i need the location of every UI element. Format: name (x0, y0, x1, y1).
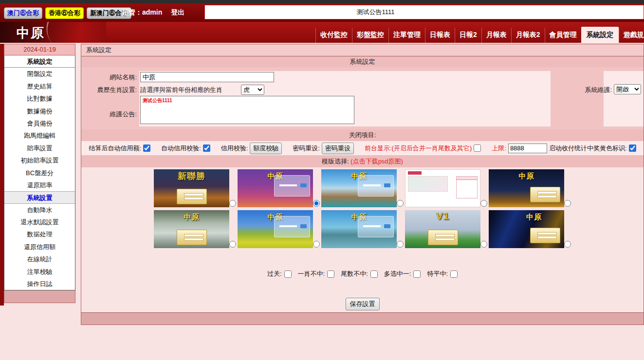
pass-option-checkbox-2[interactable] (327, 270, 334, 278)
sidebar-item-操作日誌[interactable]: 操作日誌 (4, 278, 75, 290)
pass-option-label-1: 过关: (267, 270, 282, 278)
template-row-2: 中原中原中原V1中原 (81, 210, 644, 248)
site-name-input[interactable] (140, 72, 274, 82)
notice-textarea[interactable]: 测试公告1111 (140, 96, 354, 124)
template-title: 中原 (154, 213, 229, 222)
content-panel: 系統設定 系統設定 網站名稱: 農歷生肖設置: 請選擇與當前年份相應的生肖 虎 … (81, 44, 644, 325)
sidebar-item-開盤設定[interactable]: 開盤設定 (4, 68, 75, 80)
sidebar-item-退水默認設置[interactable]: 退水默認設置 (4, 216, 75, 228)
upper-limit-input[interactable] (508, 144, 547, 153)
template-thumbnail-3: 中原 (321, 169, 397, 207)
tab-遊戲規則[interactable]: 遊戲規則 (619, 28, 644, 43)
sidebar-item-注單校驗[interactable]: 注單校驗 (4, 266, 75, 278)
pwd-reset-button[interactable]: 密码重设 (322, 143, 354, 154)
template-radio-3[interactable] (397, 200, 404, 207)
tab-會員管理[interactable]: 會員管理 (545, 28, 581, 43)
sidebar-left-strip (0, 44, 4, 306)
tab-彩盤監控[interactable]: 彩盤監控 (352, 28, 388, 43)
template-cell-1: 新聯勝 (154, 169, 236, 207)
tab-bar: 收付監控彩盤監控注單管理日報表日報2月報表月報表2會員管理系統設定遊戲規則更改密… (315, 27, 644, 43)
nav-band: 中原 收付監控彩盤監控注單管理日報表日報2月報表月報表2會員管理系統設定遊戲規則… (0, 22, 644, 43)
template-thumbnail-7: 中原 (238, 210, 313, 248)
maintenance-label: 系統維護: (558, 86, 612, 94)
sidebar-item-数据处理[interactable]: 数据处理 (4, 228, 75, 240)
template-cell-3: 中原 (321, 169, 404, 207)
game-switcher: 澳门⑥合彩香港⑥合彩新澳门⑥合彩 (4, 7, 131, 19)
sidebar-item-賠率設置[interactable]: 賠率設置 (4, 142, 75, 154)
game-button-澳门⑥合彩[interactable]: 澳门⑥合彩 (4, 7, 42, 19)
template-cell-10: 中原 (489, 210, 571, 248)
sidebar-item-自動降水[interactable]: 自動降水 (4, 204, 75, 216)
template-title: 中原 (489, 172, 564, 181)
template-radio-8[interactable] (397, 241, 404, 248)
zodiac-label: 農歷生肖設置: (81, 86, 137, 94)
template-cell-7: 中原 (238, 210, 320, 248)
template-radio-1[interactable] (229, 200, 236, 207)
psd-download-link[interactable]: (点击下载psd原图) (350, 158, 403, 165)
yellow-mark-checkbox[interactable] (629, 144, 636, 152)
sidebar-item-系統設置[interactable]: 系統設置 (4, 191, 75, 203)
sidebar-item-還原賠率[interactable]: 還原賠率 (4, 179, 75, 191)
sidebar-item-在線統計[interactable]: 在線統計 (4, 253, 75, 265)
pass-option-checkbox-3[interactable] (370, 270, 378, 278)
sidebar-item-BC盤差分[interactable]: BC盤差分 (4, 167, 75, 179)
pass-option-checkbox-5[interactable] (450, 270, 458, 278)
template-thumbnail-2: 中原 (238, 169, 313, 207)
pass-option-checkbox-4[interactable] (413, 270, 421, 278)
tab-日報2[interactable]: 日報2 (455, 28, 481, 43)
template-cell-4 (405, 169, 487, 207)
template-radio-6[interactable] (229, 241, 236, 248)
sidebar-item-系統設定[interactable]: 系統設定 (4, 55, 75, 68)
sidebar-item-還原信用額[interactable]: 還原信用額 (4, 241, 75, 253)
auto-credit-check-checkbox[interactable] (203, 144, 210, 152)
auto-credit-checkbox[interactable] (143, 144, 150, 152)
tab-注單管理[interactable]: 注單管理 (388, 28, 425, 43)
zodiac-select[interactable]: 虎 (241, 85, 264, 95)
sidebar-item-初始賠率設置[interactable]: 初始賠率設置 (4, 154, 75, 166)
template-select-title: 模版选择: (点击下载psd原图) (81, 155, 644, 167)
template-radio-10[interactable] (564, 241, 571, 248)
template-radio-7[interactable] (313, 241, 320, 248)
template-title: 新聯勝 (154, 170, 229, 182)
template-cell-6: 中原 (154, 210, 236, 248)
template-radio-9[interactable] (480, 241, 487, 248)
pass-option-checkbox-1[interactable] (284, 270, 292, 278)
sidebar-date: 2024-01-19 (4, 44, 75, 55)
save-settings-button[interactable]: 保存設置 (346, 298, 380, 310)
template-thumbnail-5: 中原 (489, 169, 564, 207)
sidebar-item-數據備份[interactable]: 數據備份 (4, 105, 75, 117)
close-items-title: 关闭项目: (81, 129, 644, 141)
content-footer-bar (81, 312, 644, 324)
template-cell-8: 中原 (321, 210, 404, 248)
maintenance-select[interactable]: 開啟 (614, 84, 641, 94)
admin-info: 超管：admin 登出 (122, 8, 184, 17)
login-box-preview (177, 230, 207, 245)
credit-check-button[interactable]: 額度校驗 (250, 143, 282, 154)
template-radio-5[interactable] (564, 200, 571, 207)
sidebar-menu: 系統設定開盤設定歷史結算比對數據數據備份會員備份跑馬燈編輯賠率設置初始賠率設置B… (4, 55, 75, 290)
sidebar-item-比對數據[interactable]: 比對數據 (4, 92, 75, 105)
game-button-香港⑥合彩[interactable]: 香港⑥合彩 (45, 7, 84, 19)
tab-收付監控[interactable]: 收付監控 (315, 28, 352, 43)
pass-option-label-4: 多选中一: (384, 270, 411, 278)
sidebar-item-歷史結算[interactable]: 歷史結算 (4, 80, 75, 92)
pass-option-label-2: 一肖不中: (298, 270, 325, 278)
template-thumbnail-1: 新聯勝 (154, 169, 229, 207)
sidebar-item-會員備份[interactable]: 會員備份 (4, 117, 75, 129)
front-display-checkbox[interactable] (474, 144, 481, 152)
yellow-mark-label: 启动收付统计中奖黄色标识: (549, 144, 627, 153)
template-thumbnail-8: 中原 (321, 210, 397, 248)
announcement-bar: 测试公告1111 (204, 5, 644, 19)
tab-日報表[interactable]: 日報表 (425, 28, 455, 43)
zodiac-hint: 請選擇與當前年份相應的生肖 (140, 86, 222, 94)
sidebar-item-跑馬燈編輯[interactable]: 跑馬燈編輯 (4, 129, 75, 142)
tab-月報表2[interactable]: 月報表2 (511, 28, 545, 43)
tab-月報表[interactable]: 月報表 (481, 28, 511, 43)
tab-系統設定[interactable]: 系統設定 (581, 27, 619, 43)
template-radio-2[interactable] (313, 200, 320, 207)
template-cell-2: 中原 (238, 169, 320, 207)
template-radio-4[interactable] (480, 200, 487, 207)
site-logo: 中原 (17, 24, 45, 42)
upper-limit-label: 上限: (492, 144, 506, 153)
logout-link[interactable]: 登出 (171, 8, 184, 17)
